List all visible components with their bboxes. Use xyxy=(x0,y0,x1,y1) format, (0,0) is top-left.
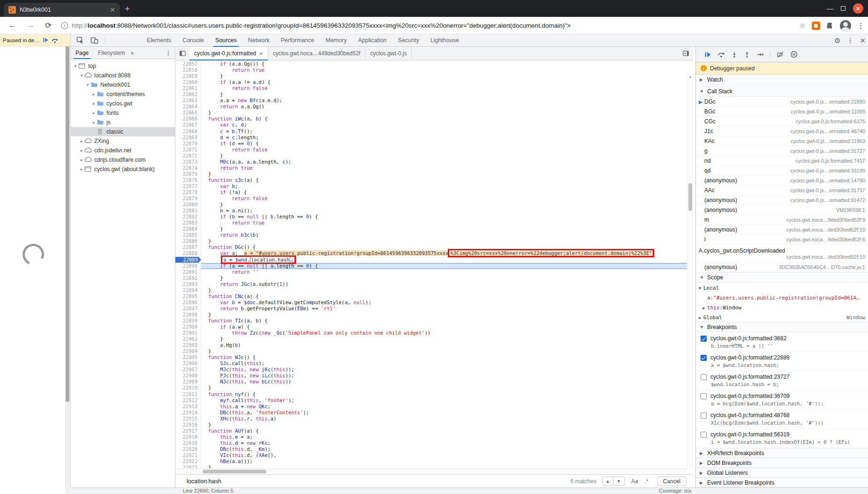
deactivate-breakpoints-button[interactable] xyxy=(777,51,784,58)
line-number[interactable]: 22904 xyxy=(175,348,201,354)
breakpoint-checkbox[interactable] xyxy=(701,412,707,419)
navigator-tab-page[interactable]: Page xyxy=(71,47,93,59)
devtools-settings-gear-icon[interactable]: ⚙ xyxy=(834,37,840,45)
disclosure-arrow-icon[interactable]: ▾ xyxy=(85,82,91,87)
pause-on-exceptions-button[interactable] xyxy=(790,51,798,58)
overlay-resume-icon[interactable] xyxy=(43,37,49,43)
step-into-button[interactable] xyxy=(731,51,738,58)
call-stack-frame[interactable]: (anonymous)VM196598:1 xyxy=(696,205,868,215)
devtools-tab-security[interactable]: Security xyxy=(392,34,425,47)
breakpoint-checkbox[interactable] xyxy=(701,374,707,380)
line-number[interactable]: 22864 xyxy=(175,104,201,110)
back-button[interactable]: ← xyxy=(8,21,16,30)
call-stack-frame[interactable]: ▶DGccyclos.gwt-0.js…ormatted:22890 xyxy=(696,97,868,107)
line-number[interactable]: 22873 xyxy=(175,159,201,165)
disclosure-arrow-icon[interactable]: ▸ xyxy=(91,92,97,97)
line-number[interactable]: 22881 xyxy=(175,208,201,214)
browser-menu-icon[interactable]: ⋮ xyxy=(857,22,864,30)
section-header-event-listener-breakpoints[interactable]: ▶Event Listener Breakpoints xyxy=(696,478,868,487)
line-number[interactable]: 22866 xyxy=(175,116,201,122)
line-number[interactable]: 22867 xyxy=(175,122,201,128)
call-stack-frame[interactable]: (anonymous)cyclos.gwt-0.js…ormatted:9147… xyxy=(696,195,868,205)
more-tabs-chevron[interactable]: » xyxy=(130,50,134,56)
line-number[interactable]: 22903 xyxy=(175,342,201,348)
line-number[interactable]: 22880 xyxy=(175,202,201,208)
navigator-menu-icon[interactable]: ⋮ xyxy=(166,50,171,56)
page-scrollbar[interactable] xyxy=(65,46,70,494)
breakpoint-checkbox[interactable] xyxy=(701,393,707,399)
call-stack-frame[interactable]: (anonymous)cyclos.gwt.noca…ded30bed52f:1… xyxy=(696,225,868,235)
cancel-button[interactable]: Cancel xyxy=(657,477,687,486)
line-number[interactable]: 22913 xyxy=(175,404,201,410)
line-number[interactable]: 22920 xyxy=(175,446,201,452)
editor-tab[interactable]: cyclos.gwt-0.js:formatted× xyxy=(189,47,268,60)
call-stack-frame[interactable]: A.cyclos_gwt.onScriptDownloadedcyclos.gw… xyxy=(696,245,868,262)
line-number[interactable]: 22896 xyxy=(175,299,201,306)
call-stack-frame[interactable]: qdcyclos.gwt-0.js…ormatted:33199 xyxy=(696,166,868,176)
call-stack-frame[interactable]: lcyclos.gwt.noca…9ded30bed52f:6 xyxy=(696,235,868,245)
url-bar[interactable]: http://localhost:8088/Network001/classic… xyxy=(72,22,766,29)
line-number[interactable]: 22916 xyxy=(175,422,201,428)
line-number[interactable]: 22908 xyxy=(175,373,201,379)
line-number[interactable]: 22878 xyxy=(175,189,201,195)
window-maximize-button[interactable] xyxy=(841,6,845,11)
tree-item-cyclos-gwt[interactable]: ▸cyclos.gwt xyxy=(71,99,175,108)
profile-avatar[interactable] xyxy=(840,20,851,31)
tree-item-content-themes[interactable]: ▸content/themes xyxy=(71,90,175,99)
line-number[interactable]: 22923 xyxy=(175,464,201,468)
tree-item-cyclos-gwt-about-blank-[interactable]: ▸cyclos.gwt (about:blank) xyxy=(71,165,175,174)
line-number[interactable]: 22912 xyxy=(175,397,201,404)
line-number[interactable]: 22877 xyxy=(175,183,201,189)
disclosure-arrow-icon[interactable]: ▸ xyxy=(79,139,84,143)
line-number[interactable]: 22890 xyxy=(175,263,201,269)
editor-vertical-scrollbar[interactable]: ▲ xyxy=(687,74,693,468)
call-stack-frame[interactable]: BGccyclos.gwt-0.js…ormatted:11009 xyxy=(696,107,868,117)
reload-button[interactable]: ⟳ xyxy=(45,21,52,30)
line-number[interactable]: 22874 xyxy=(175,165,201,171)
breakpoint-marker[interactable]: 22889 xyxy=(175,257,201,263)
editor-tab[interactable]: cyclos.gwt-0.js xyxy=(365,47,412,60)
line-number[interactable]: 22885 xyxy=(175,232,201,238)
line-number[interactable]: 22893 xyxy=(175,281,201,287)
scrollbar-up-arrow[interactable]: ▲ xyxy=(689,75,692,78)
step-button[interactable] xyxy=(756,51,764,58)
line-number[interactable]: 22887 xyxy=(175,244,201,250)
line-number[interactable]: 22857 xyxy=(175,61,201,67)
browser-tab[interactable]: N3tw0rk001 ✕ xyxy=(4,3,120,17)
line-number[interactable]: 22919 xyxy=(175,440,201,446)
extension-icon[interactable] xyxy=(812,22,820,30)
breakpoint-checkbox[interactable] xyxy=(701,336,707,342)
disclosure-arrow-icon[interactable]: ▾ xyxy=(73,64,78,68)
line-number[interactable]: 22906 xyxy=(175,360,201,367)
line-number[interactable]: 22899 xyxy=(175,318,201,324)
devtools-menu-icon[interactable]: ⋮ xyxy=(847,37,853,44)
line-number[interactable]: 22918 xyxy=(175,434,201,440)
breakpoint-entry[interactable]: cyclos.gwt-0.js:formatted:56319i = $wnd.… xyxy=(696,429,868,448)
hide-navigator-icon[interactable] xyxy=(179,50,186,57)
editor-horizontal-scrollbar[interactable] xyxy=(175,468,687,474)
tree-item-classic[interactable]: classic xyxy=(71,127,175,136)
tree-item-zxing[interactable]: ▸ZXing xyxy=(71,136,175,146)
call-stack-section-header[interactable]: ▼ Call Stack xyxy=(696,86,868,97)
search-input[interactable]: location.hash xyxy=(187,478,221,485)
tree-item-network001[interactable]: ▾Network001 xyxy=(71,80,175,90)
call-stack-frame[interactable]: J1ccyclos.gwt-0.js…ormatted:48740 xyxy=(696,127,868,136)
navigator-tab-filesystem[interactable]: Filesystem xyxy=(93,47,129,59)
site-info-icon[interactable]: i xyxy=(61,22,68,29)
line-number[interactable]: 22905 xyxy=(175,354,201,360)
call-stack-frame[interactable]: ndcyclos.gwt-0.js:formatted:7417 xyxy=(696,156,868,166)
inspect-element-icon[interactable] xyxy=(76,37,84,44)
line-number[interactable]: 22901 xyxy=(175,330,201,336)
step-over-button[interactable] xyxy=(717,51,725,58)
bookmark-star-icon[interactable]: ☆ xyxy=(800,22,806,30)
line-number[interactable]: 22862 xyxy=(175,91,201,97)
window-close-button[interactable]: ✕ xyxy=(853,3,863,14)
line-number[interactable]: 22875 xyxy=(175,171,201,177)
breakpoint-entry[interactable]: cyclos.gwt-0.js:formatted:23727$wnd.loca… xyxy=(696,371,868,390)
tree-item-cdn-jsdelivr-net[interactable]: ▸cdn.jsdelivr.net xyxy=(71,146,175,155)
line-number[interactable]: 22915 xyxy=(175,416,201,422)
line-number[interactable]: 22870 xyxy=(175,141,201,147)
line-number[interactable]: 22910 xyxy=(175,385,201,391)
disclosure-arrow-icon[interactable]: ▸ xyxy=(91,120,97,125)
tab-close-icon[interactable]: ✕ xyxy=(110,7,115,13)
